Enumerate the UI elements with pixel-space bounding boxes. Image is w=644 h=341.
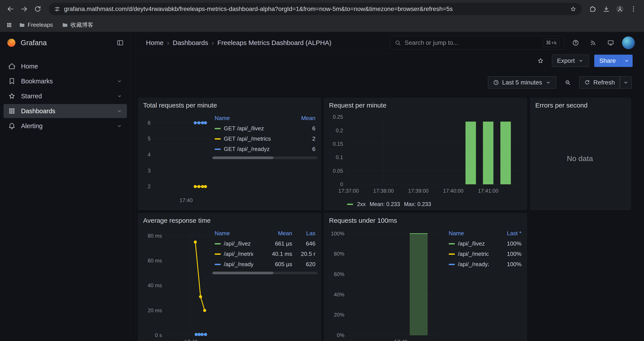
chart-total-requests[interactable]: 6543217:40: [140, 110, 212, 207]
panel-title[interactable]: Requests under 100ms: [329, 217, 522, 224]
panel-header[interactable]: Requests under 100ms: [324, 213, 527, 225]
refresh-interval-button[interactable]: [620, 76, 632, 89]
legend-row[interactable]: /api/_/livez100%: [446, 238, 524, 249]
url-bar[interactable]: grafana.mathmast.com/d/deytv4rwavabkb/fr…: [49, 3, 582, 15]
downloads-icon[interactable]: [600, 3, 612, 15]
legend-scrollbar[interactable]: [212, 156, 318, 159]
legend-column-header[interactable]: Name: [214, 115, 282, 122]
export-button[interactable]: Export: [552, 55, 589, 67]
chart-svg[interactable]: 100%80%60%40%20%0%17:40: [326, 225, 446, 341]
search-bar[interactable]: ⌘+k: [390, 36, 564, 50]
series-name[interactable]: GET /api/_/metrics: [224, 135, 271, 142]
panel-title[interactable]: Total requests per minute: [143, 102, 316, 109]
panel-header[interactable]: Total requests per minute: [138, 98, 321, 110]
chart-average-response-time[interactable]: 80 ms60 ms40 ms20 ms0 s17:40: [140, 225, 212, 341]
panel-title[interactable]: Request per minute: [329, 102, 522, 109]
series-name[interactable]: GET /api/_/readyz: [224, 146, 270, 153]
user-avatar[interactable]: [622, 37, 635, 49]
legend-column-header[interactable]: Mean: [255, 230, 292, 237]
browser-profile-icon[interactable]: [614, 3, 626, 15]
series-name[interactable]: /api/_/metrics: [458, 251, 488, 257]
zoom-out-button[interactable]: [560, 76, 576, 89]
legend-row[interactable]: /api/_/readyz605 µs620: [212, 259, 318, 269]
series-name[interactable]: /api/_/livez: [458, 240, 485, 247]
share-menu-button[interactable]: [621, 55, 632, 67]
bookmark-list: Freeleaps收藏博客: [19, 21, 94, 29]
legend-row[interactable]: GET /api/_/metrics2: [212, 134, 318, 144]
breadcrumb-item[interactable]: Dashboards: [173, 39, 208, 47]
chevron-down-icon[interactable]: [116, 78, 122, 84]
forward-icon[interactable]: [18, 3, 30, 15]
sidebar-item-alerting[interactable]: Alerting: [4, 119, 127, 133]
panel-title[interactable]: Errors per second: [535, 102, 626, 109]
help-icon[interactable]: [570, 37, 582, 49]
browser-toolbar: grafana.mathmast.com/d/deytv4rwavabkb/fr…: [0, 0, 644, 18]
news-icon[interactable]: [587, 37, 599, 49]
chevron-down-icon[interactable]: [116, 108, 122, 114]
chart-svg[interactable]: 0.250.20.150.10.05017:37:0017:38:0017:39…: [326, 110, 524, 198]
legend-column-header[interactable]: Name: [214, 230, 253, 237]
legend-request-per-minute[interactable]: 2xx Mean: 0.233 Max: 0.233: [326, 199, 524, 208]
chevron-down-icon[interactable]: [116, 123, 122, 129]
svg-text:60 ms: 60 ms: [148, 258, 162, 263]
series-name[interactable]: /api/_/metrics: [224, 251, 253, 257]
legend-row[interactable]: /api/_/readyz100%: [446, 259, 524, 269]
share-button[interactable]: Share: [594, 55, 621, 67]
legend-scrollbar[interactable]: [212, 272, 318, 274]
time-range-button[interactable]: Last 5 minutes: [488, 76, 556, 89]
main-area: Home›Dashboards›Freeleaps Metrics Dashbo…: [131, 32, 644, 341]
sidebar-item-home[interactable]: Home: [4, 59, 127, 73]
series-name[interactable]: GET /api/_/livez: [224, 125, 264, 132]
refresh-button[interactable]: Refresh: [579, 76, 620, 89]
bookmark-star-icon[interactable]: [570, 6, 576, 12]
legend-column-header[interactable]: Last *: [491, 230, 522, 237]
series-name[interactable]: /api/_/readyz: [224, 261, 253, 268]
legend-series-name[interactable]: 2xx: [357, 201, 366, 207]
legend-row[interactable]: GET /api/_/readyz6: [212, 144, 318, 154]
sidebar-item-bookmarks[interactable]: Bookmarks: [4, 74, 127, 88]
svg-text:17:39:00: 17:39:00: [408, 188, 428, 194]
reload-icon[interactable]: [32, 3, 44, 15]
legend-row[interactable]: /api/_/livez661 µs646: [212, 238, 318, 249]
chart-svg[interactable]: 6543217:40: [140, 110, 212, 207]
legend-scrollbar-thumb[interactable]: [212, 156, 273, 159]
legend-scrollbar-thumb[interactable]: [212, 272, 273, 274]
site-info-icon[interactable]: [54, 6, 60, 12]
svg-text:100%: 100%: [331, 231, 344, 237]
breadcrumb-item[interactable]: Home: [146, 39, 164, 47]
series-value: 100%: [491, 240, 522, 247]
legend-row[interactable]: /api/_/metrics100%: [446, 249, 524, 259]
legend-column-header[interactable]: Mean: [285, 115, 316, 122]
url-text[interactable]: grafana.mathmast.com/d/deytv4rwavabkb/fr…: [64, 6, 566, 13]
series-name[interactable]: /api/_/livez: [224, 240, 251, 247]
panel-header[interactable]: Errors per second: [530, 98, 631, 110]
back-icon[interactable]: [4, 3, 17, 15]
sidebar-toggle-icon[interactable]: [116, 39, 124, 47]
bookmark-item[interactable]: Freeleaps: [19, 22, 53, 28]
legend-row[interactable]: /api/_/metrics40.1 ms20.5 r: [212, 249, 318, 259]
chart-request-per-minute[interactable]: 0.250.20.150.10.05017:37:0017:38:0017:39…: [326, 110, 524, 199]
sidebar-item-dashboards[interactable]: Dashboards: [4, 104, 127, 118]
chevron-down-icon[interactable]: [116, 93, 122, 99]
chart-requests-under-100ms[interactable]: 100%80%60%40%20%0%17:40: [326, 225, 446, 341]
grafana-logo[interactable]: [6, 38, 16, 48]
legend-column-header[interactable]: Las: [294, 230, 316, 237]
chart-svg[interactable]: 80 ms60 ms40 ms20 ms0 s17:40: [140, 225, 212, 341]
panel-header[interactable]: Request per minute: [324, 98, 527, 110]
series-name[interactable]: /api/_/readyz: [458, 261, 488, 268]
bookmark-item[interactable]: 收藏博客: [62, 21, 94, 29]
panel-title[interactable]: Average response time: [143, 217, 316, 224]
extensions-icon[interactable]: [586, 3, 599, 15]
legend-column-header[interactable]: Name: [449, 230, 488, 237]
apps-grid-icon[interactable]: [6, 22, 12, 28]
legend-max-stat: Max: 0.233: [404, 201, 431, 207]
breadcrumb-item[interactable]: Freeleaps Metrics Dashboard (ALPHA): [218, 39, 332, 47]
favorite-dashboard-icon[interactable]: [534, 55, 547, 67]
dashboard-canvas: Last 5 minutes Refresh: [131, 68, 644, 341]
legend-row[interactable]: GET /api/_/livez6: [212, 123, 318, 134]
display-icon[interactable]: [604, 37, 617, 49]
search-input[interactable]: [405, 39, 540, 46]
browser-menu-icon[interactable]: [627, 3, 640, 15]
panel-header[interactable]: Average response time: [138, 213, 321, 225]
sidebar-item-starred[interactable]: Starred: [4, 89, 127, 103]
